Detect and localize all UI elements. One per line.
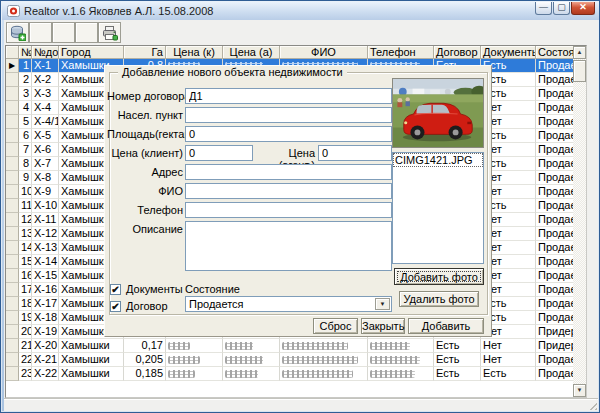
scroll-up-button[interactable]: ▲ [573, 46, 586, 59]
grid-cell-dog[interactable]: Х-8 [32, 171, 59, 185]
grid-cell-status[interactable]: Продается [536, 213, 574, 227]
status-combobox[interactable]: Продается ▼ [185, 296, 392, 312]
grid-cell-dog[interactable]: Х-3 [32, 87, 59, 101]
grid-cell-docs[interactable]: Есть [481, 367, 536, 381]
grid-cell-dog[interactable]: Х-17 [32, 297, 59, 311]
grid-cell-price_k[interactable] [166, 353, 223, 367]
grid-cell-status[interactable]: Продается [536, 171, 574, 185]
grid-cell-status[interactable]: Продается [536, 115, 574, 129]
fio-input[interactable] [185, 183, 392, 199]
add-photo-button[interactable]: Добавить фото [394, 268, 484, 285]
grid-cell-price_a[interactable] [223, 339, 280, 353]
add-record-button[interactable] [6, 22, 29, 43]
grid-cell-dog[interactable]: Х-20 [32, 339, 59, 353]
grid-cell-status[interactable]: Продается [536, 311, 574, 325]
grid-cell-city[interactable]: Хамышки [59, 367, 124, 381]
grid-column-header[interactable]: № [19, 46, 32, 59]
grid-cell-contract[interactable]: Есть [434, 353, 481, 367]
scroll-thumb[interactable] [573, 60, 586, 82]
resize-grip[interactable] [586, 399, 597, 410]
address-input[interactable] [185, 164, 392, 180]
grid-cell-dog[interactable]: Х-6 [32, 143, 59, 157]
grid-cell-city[interactable]: Хамышки [59, 353, 124, 367]
grid-cell-dog[interactable]: Х-1 [32, 59, 59, 73]
grid-cell-num[interactable]: 1 [19, 59, 32, 73]
area-input[interactable] [185, 126, 392, 142]
photo-list-item[interactable]: CIMG1421.JPG [393, 153, 483, 167]
print-button[interactable] [98, 22, 121, 43]
grid-column-header[interactable]: Договор [434, 46, 481, 59]
grid-cell-num[interactable]: 23 [19, 367, 32, 381]
grid-cell-ga[interactable]: 0,17 [124, 339, 166, 353]
grid-cell-contract[interactable]: Есть [434, 367, 481, 381]
grid-cell-status[interactable]: Продается [536, 269, 574, 283]
titlebar[interactable]: Realtor v.1.6 Яковлев А.Л. 15.08.2008 — … [2, 2, 599, 20]
grid-cell-price_a[interactable] [223, 367, 280, 381]
table-row[interactable]: 22Х-21Хамышки0,205ЕстьНетПродается [6, 353, 574, 367]
price-client-input[interactable] [185, 145, 253, 161]
grid-cell-fio[interactable] [280, 339, 368, 353]
add-button[interactable]: Добавить [408, 318, 484, 334]
grid-cell-dog[interactable]: Х-21 [32, 353, 59, 367]
grid-cell-status[interactable]: Продается [536, 297, 574, 311]
grid-cell-dog[interactable]: Х-16 [32, 283, 59, 297]
grid-cell-fio[interactable] [280, 353, 368, 367]
grid-cell-num[interactable]: 2 [19, 73, 32, 87]
grid-cell-num[interactable]: 15 [19, 255, 32, 269]
combo-dropdown-button[interactable]: ▼ [375, 298, 390, 310]
phone-input[interactable] [185, 202, 392, 218]
grid-cell-phone[interactable] [368, 367, 434, 381]
grid-cell-price_k[interactable] [166, 339, 223, 353]
grid-cell-num[interactable]: 4 [19, 101, 32, 115]
grid-cell-ga[interactable]: 0,185 [124, 367, 166, 381]
grid-column-header[interactable]: Документы [481, 46, 536, 59]
grid-cell-contract[interactable]: Есть [434, 339, 481, 353]
grid-cell-status[interactable]: Продается [536, 255, 574, 269]
grid-cell-status[interactable]: Продается [536, 241, 574, 255]
grid-cell-dog[interactable]: Х-4 [32, 101, 59, 115]
grid-cell-num[interactable]: 20 [19, 325, 32, 339]
grid-cell-dog[interactable]: Х-7 [32, 157, 59, 171]
grid-cell-status[interactable]: Продается [536, 283, 574, 297]
grid-cell-num[interactable]: 19 [19, 311, 32, 325]
grid-cell-dog[interactable]: Х-9 [32, 185, 59, 199]
grid-cell-status[interactable]: Продается [536, 353, 574, 367]
grid-cell-status[interactable]: Продается [536, 101, 574, 115]
grid-cell-status[interactable]: Продается [536, 87, 574, 101]
grid-column-header[interactable]: Город [59, 46, 124, 59]
grid-cell-num[interactable]: 16 [19, 269, 32, 283]
grid-cell-status[interactable]: Продается [536, 59, 574, 73]
grid-column-header[interactable]: Цена (к) [166, 46, 223, 59]
close-button[interactable]: ✕ [571, 2, 595, 15]
grid-cell-dog[interactable]: Х-15 [32, 269, 59, 283]
maximize-button[interactable]: ▢ [553, 2, 570, 15]
contract-number-input[interactable] [185, 88, 392, 104]
grid-cell-status[interactable]: Придержан [536, 325, 574, 339]
grid-cell-status[interactable]: Продается [536, 143, 574, 157]
grid-cell-num[interactable]: 6 [19, 129, 32, 143]
grid-cell-price_k[interactable] [166, 367, 223, 381]
documents-checkbox[interactable]: ✔ [110, 284, 121, 295]
grid-column-header[interactable]: Га [124, 46, 166, 59]
grid-cell-ga[interactable]: 0,205 [124, 353, 166, 367]
price-agent-input[interactable] [318, 145, 392, 161]
grid-cell-city[interactable]: Хамышки [59, 339, 124, 353]
grid-cell-status[interactable]: Продается [536, 199, 574, 213]
grid-cell-num[interactable]: 7 [19, 143, 32, 157]
grid-cell-docs[interactable]: Нет [481, 353, 536, 367]
grid-column-header[interactable]: Состояние [536, 46, 574, 59]
grid-cell-dog[interactable]: Х-22 [32, 367, 59, 381]
grid-column-header[interactable]: №дог. [32, 46, 59, 59]
grid-cell-num[interactable]: 11 [19, 199, 32, 213]
grid-cell-status[interactable]: Продается [536, 367, 574, 381]
grid-cell-price_a[interactable] [223, 353, 280, 367]
grid-cell-dog[interactable]: Х-10 [32, 199, 59, 213]
table-row[interactable]: 21Х-20Хамышки0,17ЕстьНетПридержан [6, 339, 574, 353]
settlement-input[interactable] [185, 107, 392, 123]
grid-cell-num[interactable]: 8 [19, 157, 32, 171]
grid-cell-num[interactable]: 9 [19, 171, 32, 185]
grid-cell-num[interactable]: 18 [19, 297, 32, 311]
grid-cell-dog[interactable]: Х-18 [32, 311, 59, 325]
photo-list[interactable]: CIMG1421.JPG [392, 152, 484, 264]
grid-cell-num[interactable]: 14 [19, 241, 32, 255]
